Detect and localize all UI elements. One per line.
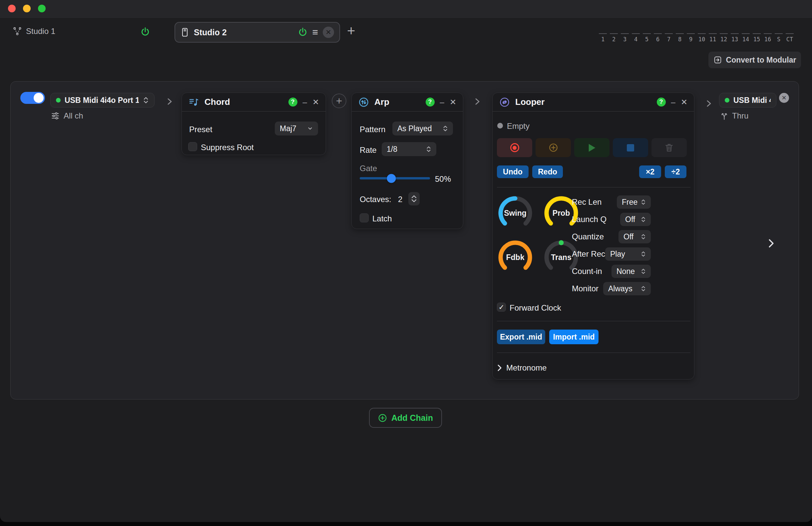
suppress-root-checkbox[interactable]: ✓ (188, 142, 197, 151)
tab-studio-2[interactable]: Studio 2 ≡ ✕ (175, 22, 340, 43)
looper-header[interactable]: Looper ? – ✕ (493, 93, 694, 112)
select-updown-icon (641, 199, 646, 206)
fdbk-knob-label: Fdbk (497, 239, 534, 276)
fdbk-knob[interactable]: Fdbk (497, 239, 534, 276)
record-button[interactable] (497, 138, 532, 157)
close-window-button[interactable] (8, 5, 16, 12)
close-module-icon[interactable]: ✕ (450, 98, 456, 106)
launch-q-label: Launch Q (572, 215, 607, 224)
power-icon[interactable] (141, 27, 150, 37)
channel-cell-solo[interactable]: S (775, 33, 783, 43)
minimize-window-button[interactable] (23, 5, 31, 12)
midi-output-select[interactable]: USB Midi 4i (719, 93, 777, 107)
select-updown-icon (641, 268, 646, 275)
swing-knob-label: Swing (497, 194, 534, 232)
launch-q-dropdown[interactable]: Off (620, 213, 651, 226)
arp-header[interactable]: Arp ? – ✕ (352, 93, 463, 112)
rec-len-label: Rec Len (572, 198, 601, 207)
swing-knob[interactable]: Swing (497, 194, 534, 232)
channel-cell[interactable]: 9 (687, 33, 695, 43)
add-chain-button[interactable]: Add Chain (369, 408, 442, 428)
power-icon[interactable] (298, 27, 307, 38)
thru-branch-icon (720, 112, 729, 120)
halve-length-button[interactable]: ÷2 (665, 165, 686, 178)
output-mode-row[interactable]: Thru (720, 111, 749, 120)
channel-cell[interactable]: 6 (654, 33, 662, 43)
help-icon[interactable]: ? (657, 98, 666, 106)
trash-button[interactable] (651, 138, 687, 157)
channel-cell[interactable]: 5 (643, 33, 651, 43)
import-mid-button[interactable]: Import .mid (549, 330, 598, 344)
port-active-dot (56, 98, 61, 103)
tab-menu-icon[interactable]: ≡ (312, 27, 318, 37)
help-icon[interactable]: ? (426, 98, 435, 106)
forward-clock-checkbox[interactable]: ✓ (497, 303, 506, 311)
minimize-module-icon[interactable]: – (671, 98, 676, 106)
gate-slider-thumb[interactable] (387, 174, 396, 183)
stop-button[interactable] (613, 138, 648, 157)
pattern-dropdown[interactable]: As Played (392, 121, 453, 135)
channel-cell[interactable]: 8 (676, 33, 684, 43)
divider (497, 353, 691, 353)
minimize-module-icon[interactable]: – (303, 98, 307, 106)
channel-cell-ct[interactable]: CT (786, 33, 794, 43)
suppress-root-label: Suppress Root (201, 143, 254, 152)
tab-close-button[interactable]: ✕ (323, 27, 334, 38)
midi-input-select[interactable]: USB Midi 4i4o Port 1 (50, 93, 155, 107)
convert-icon (713, 56, 722, 64)
patch-nodes-icon (13, 27, 22, 36)
octaves-stepper[interactable] (408, 192, 420, 205)
channel-strip: 1 2 3 4 5 6 7 8 9 10 11 12 13 14 15 16 S… (599, 33, 794, 43)
metronome-expander[interactable]: Metronome (497, 363, 547, 372)
add-tab-button[interactable]: + (347, 24, 356, 38)
redo-button[interactable]: Redo (532, 165, 563, 178)
divider (497, 187, 691, 187)
channel-cell[interactable]: 10 (698, 33, 706, 43)
double-length-button[interactable]: ×2 (639, 165, 661, 178)
channel-cell[interactable]: 7 (665, 33, 673, 43)
rate-dropdown[interactable]: 1/8 (382, 142, 436, 156)
channel-cell[interactable]: 11 (709, 33, 717, 43)
overdub-button[interactable] (536, 138, 571, 157)
channel-cell[interactable]: 15 (753, 33, 761, 43)
channel-cell[interactable]: 3 (621, 33, 629, 43)
port-active-dot (725, 98, 729, 103)
latch-checkbox[interactable]: ✓ (360, 214, 369, 222)
export-mid-button[interactable]: Export .mid (497, 330, 545, 344)
count-in-dropdown[interactable]: None (611, 265, 651, 278)
channel-cell[interactable]: 13 (731, 33, 739, 43)
input-channel-row[interactable]: All ch (50, 111, 83, 120)
convert-to-modular-button[interactable]: Convert to Modular (708, 52, 801, 68)
remove-output-button[interactable]: ✕ (779, 93, 789, 103)
chain-enable-toggle[interactable] (20, 92, 45, 104)
close-module-icon[interactable]: ✕ (313, 98, 319, 106)
stepper-up-icon[interactable] (411, 194, 417, 199)
pattern-label: Pattern (360, 125, 385, 134)
undo-button[interactable]: Undo (497, 165, 528, 178)
channel-cell[interactable]: 1 (599, 33, 607, 43)
chord-note-icon (189, 97, 199, 107)
expand-chain-chevron[interactable] (766, 237, 776, 249)
help-icon[interactable]: ? (288, 98, 298, 106)
gate-slider[interactable] (360, 177, 430, 179)
channel-cell[interactable]: 14 (742, 33, 750, 43)
insert-module-button[interactable]: + (332, 93, 346, 108)
minimize-module-icon[interactable]: – (440, 98, 444, 106)
after-rec-dropdown[interactable]: Play (605, 247, 651, 261)
channel-cell[interactable]: 4 (632, 33, 640, 43)
channel-cell[interactable]: 16 (764, 33, 772, 43)
channel-cell[interactable]: 12 (720, 33, 728, 43)
quantize-dropdown[interactable]: Off (619, 230, 651, 243)
tab-studio-1[interactable]: Studio 1 (13, 27, 55, 36)
loop-status-dot (497, 123, 503, 129)
zoom-window-button[interactable] (38, 5, 46, 12)
channel-cell[interactable]: 2 (610, 33, 618, 43)
close-module-icon[interactable]: ✕ (681, 98, 687, 106)
play-icon (588, 143, 596, 152)
chord-header[interactable]: Chord ? – ✕ (182, 93, 326, 112)
play-button[interactable] (574, 138, 609, 157)
preset-dropdown[interactable]: Maj7 (275, 121, 318, 135)
rec-len-dropdown[interactable]: Free (617, 195, 651, 209)
monitor-dropdown[interactable]: Always (603, 282, 651, 295)
stepper-down-icon[interactable] (411, 199, 417, 203)
